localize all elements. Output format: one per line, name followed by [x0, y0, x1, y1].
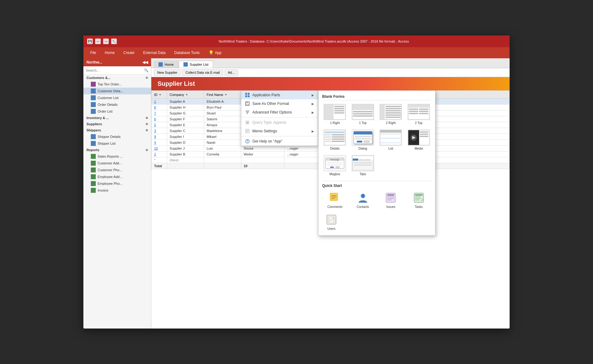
menu-database-tools[interactable]: Database Tools	[170, 49, 204, 56]
row-id-link[interactable]: 8	[154, 105, 156, 109]
comments-icon	[329, 192, 341, 204]
quick-start-grid: Comments 👤	[322, 190, 431, 210]
form-card-tabs[interactable]: Tabs	[350, 154, 376, 177]
sidebar-section-suppliers[interactable]: Suppliers ✱	[83, 121, 151, 127]
svg-rect-21	[334, 110, 344, 111]
qs-card-comments[interactable]: Comments	[322, 190, 348, 210]
svg-rect-102	[415, 194, 423, 196]
svg-rect-57	[355, 138, 371, 139]
sidebar-section-customers[interactable]: Customers &... ✱	[83, 75, 151, 81]
redo-icon[interactable]: ↪	[103, 39, 109, 44]
form-list-label: List	[388, 147, 393, 150]
form-card-1right[interactable]: 1 Right	[322, 103, 348, 126]
menu-create[interactable]: Create	[119, 49, 139, 56]
company-filter-icon[interactable]: ▼	[185, 93, 188, 96]
report-icon	[91, 168, 96, 172]
svg-rect-38	[409, 109, 418, 110]
dropdown-item-application-parts[interactable]: Application Parts ▶	[241, 91, 318, 99]
new-supplier-button[interactable]: New Supplier	[154, 69, 181, 76]
row-id-link[interactable]: 1	[154, 100, 156, 103]
sidebar-item-invoice[interactable]: Invoice	[83, 187, 151, 194]
users-label: Users	[327, 227, 335, 230]
sidebar-section-shippers[interactable]: Shippers ✱	[83, 127, 151, 133]
save-icon[interactable]: 💾	[87, 39, 93, 44]
svg-rect-35	[385, 117, 401, 118]
row-id-link[interactable]: 3	[154, 129, 156, 133]
row-id-link[interactable]: 10	[154, 147, 158, 150]
tab-home[interactable]: Home	[154, 61, 178, 68]
tab-supplier-list[interactable]: Supplier List	[179, 61, 213, 68]
svg-rect-59	[364, 141, 369, 143]
sidebar-item-order-details[interactable]: Order Details	[83, 101, 151, 108]
customize-icon[interactable]: 🔧	[111, 39, 117, 44]
form-card-2top[interactable]: 2 Top	[406, 103, 432, 126]
menu-external-data[interactable]: External Data	[139, 49, 170, 56]
undo-icon[interactable]: ↩	[95, 39, 101, 44]
row-id-link[interactable]: 9	[154, 135, 156, 139]
sidebar-item-order-list[interactable]: Order List	[83, 108, 151, 115]
form-card-details[interactable]: Details	[322, 128, 348, 151]
dropdown-item-help[interactable]: ? Get Help on "App"	[241, 137, 318, 146]
qs-card-users[interactable]: 📄 Users	[322, 212, 341, 232]
title-bar-icons: 💾 ↩ ↪ 🔧	[87, 39, 117, 44]
form-card-media[interactable]: Media	[406, 128, 432, 151]
sidebar-nav-icon[interactable]: ◀◀	[142, 60, 148, 64]
sidebar-item-customer-details[interactable]: Customer Deta...	[83, 88, 151, 94]
issues-icon	[385, 192, 397, 204]
filter-icon	[245, 110, 250, 115]
sidebar: Northw... ◀◀ 🔍 Customers &... ✱ Top Ten …	[83, 58, 151, 329]
form-header: Supplier List	[151, 77, 510, 90]
row-id-link[interactable]: 5	[154, 123, 156, 127]
form-card-2right[interactable]: 2 Right	[378, 103, 404, 126]
id-filter-icon[interactable]: ▼	[159, 93, 162, 96]
collect-data-button[interactable]: Collect Data via E-mail	[182, 69, 223, 76]
sidebar-item-top-ten-orders[interactable]: Top Ten Order...	[83, 81, 151, 88]
svg-rect-53	[332, 141, 345, 142]
form-card-1top[interactable]: 1 Top	[350, 103, 376, 126]
search-input[interactable]	[86, 68, 143, 72]
qs-card-contacts[interactable]: 👤 Contacts	[350, 190, 376, 210]
sidebar-item-shipper-list[interactable]: Shipper List	[83, 140, 151, 147]
form-card-list[interactable]: List	[378, 128, 404, 151]
menu-app[interactable]: 💡 App	[204, 49, 226, 56]
dropdown-item-filter[interactable]: Advanced Filter Options ▶	[241, 108, 318, 117]
row-id-link[interactable]: 6	[154, 117, 156, 121]
form-dialog-preview	[352, 130, 374, 146]
tasks-icon: ✓	[413, 192, 425, 204]
dropdown-item-label: Query Type: Append	[252, 120, 286, 125]
sidebar-section-reports[interactable]: Reports ✱	[83, 147, 151, 153]
form-card-dialog[interactable]: Dialog	[350, 128, 376, 151]
svg-rect-100	[387, 200, 392, 200]
firstname-filter-icon[interactable]: ▼	[225, 93, 227, 96]
users-icon: 📄	[325, 213, 338, 226]
row-id-link[interactable]: 7	[154, 111, 156, 115]
qs-card-tasks[interactable]: ✓ Tasks	[406, 190, 432, 210]
sidebar-item-sales-reports[interactable]: Sales Reports ...	[83, 153, 151, 160]
dropdown-divider	[241, 136, 318, 136]
menu-home[interactable]: Home	[100, 49, 119, 56]
svg-text:?: ?	[246, 140, 248, 143]
sidebar-item-employee-addr[interactable]: Employee Add...	[83, 173, 151, 180]
menu-file[interactable]: File	[86, 49, 100, 56]
suppliers-chevron-icon: ✱	[145, 122, 148, 126]
row-id-link[interactable]: 4	[154, 141, 156, 144]
dropdown-item-label: Get Help on "App"	[252, 139, 282, 143]
sidebar-item-customer-phone[interactable]: Customer Pho...	[83, 167, 151, 173]
svg-rect-12	[246, 129, 249, 133]
row-id-link[interactable]: 2	[154, 152, 156, 156]
sidebar-item-label: Sales Reports ...	[98, 155, 123, 158]
form-card-msgbox[interactable]: Message Msgbox	[322, 154, 348, 177]
dropdown-item-save-as[interactable]: Save As Other Format ▶	[241, 99, 318, 108]
form-msgbox-label: Msgbox	[330, 172, 340, 176]
sidebar-item-customer-list[interactable]: Customer List	[83, 94, 151, 101]
form-media-label: Media	[414, 147, 423, 150]
sidebar-section-inventory[interactable]: Inventory & ... ✱	[83, 115, 151, 121]
sidebar-item-employee-phone[interactable]: Employee Pho...	[83, 180, 151, 187]
search-icon[interactable]: 🔍	[144, 68, 149, 72]
add-button[interactable]: Ad...	[225, 69, 238, 76]
sidebar-item-shipper-details[interactable]: Shipper Details	[83, 133, 151, 140]
dropdown-item-memo[interactable]: Memo Settings ▶	[241, 127, 318, 135]
sidebar-item-customer-addr[interactable]: Customer Add...	[83, 160, 151, 167]
svg-rect-65	[381, 140, 401, 141]
qs-card-issues[interactable]: Issues	[378, 190, 404, 210]
